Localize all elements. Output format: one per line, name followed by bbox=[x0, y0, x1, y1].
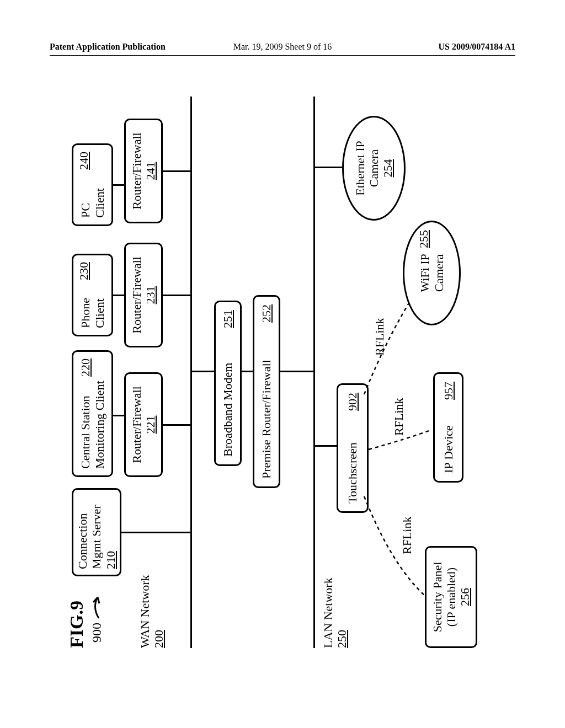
rf221-line1: Router/Firewall bbox=[130, 386, 143, 463]
rf241-line1: Router/Firewall bbox=[130, 132, 143, 209]
wan-network-label: WAN Network 200 bbox=[138, 575, 166, 648]
wire-csm-rf221 bbox=[113, 415, 124, 416]
cms-ref: 210 bbox=[104, 551, 118, 569]
pc-line1: PC bbox=[78, 188, 92, 218]
cms-line1: Connection bbox=[76, 513, 89, 569]
prf-ref: 252 bbox=[259, 304, 273, 323]
box-premise-router: Premise Router/Firewall 252 bbox=[253, 295, 280, 488]
header-right-text: US 2009/0074184 A1 bbox=[438, 42, 515, 52]
figure-drawing: FIG.9 900 Connection Mgmt Server 210 Cen… bbox=[66, 97, 491, 648]
pc-ref: 240 bbox=[77, 152, 90, 170]
wire-modem-prf bbox=[242, 371, 253, 372]
figure-ref-number: 900 bbox=[89, 623, 104, 643]
wan-ref: 200 bbox=[152, 575, 166, 648]
header-center-text: Mar. 19, 2009 Sheet 9 of 16 bbox=[233, 42, 332, 52]
ethcam-line1: Ethernet IP bbox=[353, 141, 367, 196]
wan-text: WAN Network bbox=[138, 575, 152, 648]
ethcam-ref: 254 bbox=[381, 159, 395, 178]
node-wifi-camera: WiFi IP Camera 255 bbox=[403, 221, 461, 325]
box-pc-client: PC Client 240 bbox=[72, 143, 113, 226]
wire-bus-modem bbox=[190, 371, 215, 372]
modem-ref: 251 bbox=[221, 310, 234, 328]
csm-line1: Central Station bbox=[78, 381, 92, 469]
page: Patent Application Publication Mar. 19, … bbox=[0, 0, 565, 728]
box-touchscreen: Touchscreen 902 bbox=[337, 383, 369, 513]
phone-line2: Client bbox=[93, 298, 106, 328]
wire-phone-rf231 bbox=[113, 295, 124, 296]
wire-cms-bus bbox=[121, 532, 190, 533]
box-router-231: Router/Firewall 231 bbox=[124, 243, 163, 347]
wire-lan-ts bbox=[313, 445, 337, 447]
rflink-label-3: RFLink bbox=[372, 318, 386, 356]
lan-network-label: LAN Network 250 bbox=[321, 577, 349, 648]
figure-canvas: FIG.9 900 Connection Mgmt Server 210 Cen… bbox=[66, 97, 491, 648]
rf221-ref: 221 bbox=[143, 416, 157, 434]
ipd-ref: 957 bbox=[441, 382, 455, 400]
wire-prf-lan bbox=[280, 371, 313, 372]
sp-ref: 256 bbox=[458, 588, 472, 606]
wire-rf231-bus bbox=[163, 295, 191, 296]
csm-line2: Monitoring Client bbox=[93, 381, 106, 469]
wire-rf241-bus bbox=[163, 170, 191, 172]
phone-line1: Phone bbox=[78, 298, 92, 328]
wire-rf221-bus bbox=[163, 424, 191, 426]
wificam-ref: 255 bbox=[417, 230, 430, 248]
box-router-221: Router/Firewall 221 bbox=[124, 372, 163, 477]
rflink-label-2: RFLink bbox=[392, 398, 406, 436]
rf231-ref: 231 bbox=[143, 286, 157, 304]
cms-line2: Mgmt Server bbox=[89, 505, 103, 569]
wificam-line2: Camera bbox=[432, 254, 446, 292]
wire-lan-ethcam bbox=[313, 167, 347, 168]
rf241-ref: 241 bbox=[143, 162, 157, 180]
wan-bus-line bbox=[190, 97, 192, 648]
box-connection-mgmt-server: Connection Mgmt Server 210 bbox=[72, 488, 121, 576]
arrow-icon bbox=[92, 594, 103, 619]
box-broadband-modem: Broadband Modem 251 bbox=[214, 301, 242, 466]
lan-text: LAN Network bbox=[321, 577, 335, 648]
header-left-text: Patent Application Publication bbox=[50, 42, 166, 52]
wire-pc-rf241 bbox=[113, 184, 124, 186]
figure-label: FIG.9 bbox=[66, 601, 87, 648]
pc-line2: Client bbox=[93, 188, 106, 218]
prf-line1: Premise Router/Firewall bbox=[259, 360, 273, 479]
figure-ref: 900 bbox=[89, 594, 105, 643]
ipd-line1: IP Device bbox=[441, 425, 455, 473]
ts-ref: 902 bbox=[345, 393, 359, 411]
header-rule bbox=[50, 55, 515, 56]
box-router-241: Router/Firewall 241 bbox=[124, 119, 163, 223]
lan-ref: 250 bbox=[335, 577, 349, 648]
rf231-line1: Router/Firewall bbox=[130, 256, 143, 333]
node-ethernet-camera: Ethernet IP Camera 254 bbox=[342, 116, 406, 221]
modem-line1: Broadband Modem bbox=[221, 363, 234, 457]
wificam-line1: WiFi IP bbox=[418, 254, 431, 292]
rflink-label-1: RFLink bbox=[400, 517, 414, 554]
phone-ref: 230 bbox=[77, 262, 90, 280]
ts-line1: Touchscreen bbox=[345, 442, 359, 504]
ethcam-line2: Camera bbox=[367, 149, 381, 187]
csm-ref: 220 bbox=[78, 358, 92, 377]
sp-line2: (IP enabled) bbox=[444, 568, 458, 627]
box-security-panel: Security Panel (IP enabled) 256 bbox=[425, 546, 477, 648]
box-ip-device: IP Device 957 bbox=[433, 372, 463, 483]
sp-line1: Security Panel bbox=[430, 562, 444, 633]
box-central-station: Central Station Monitoring Client 220 bbox=[72, 350, 113, 477]
box-phone-client: Phone Client 230 bbox=[72, 254, 113, 336]
lan-bus-line bbox=[313, 97, 315, 648]
